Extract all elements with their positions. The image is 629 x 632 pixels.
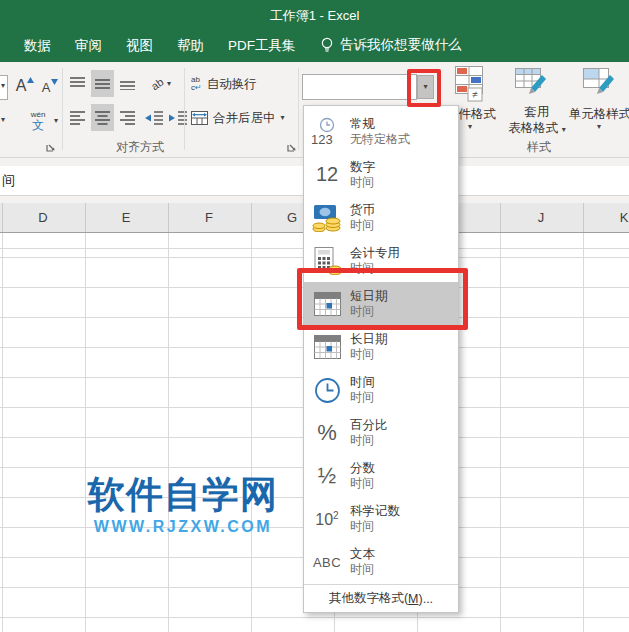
watermark-line2: WWW.RJZXW.COM xyxy=(88,518,278,536)
tab-pdf-tools[interactable]: PDF工具集 xyxy=(228,36,296,58)
tab-data[interactable]: 数据 xyxy=(24,36,51,58)
annotation-box-dropdown-arrow xyxy=(407,69,441,107)
chevron-down-icon: ▾ xyxy=(281,114,285,122)
decrease-indent-button[interactable] xyxy=(142,104,165,131)
alignment-group-label: 对齐方式 xyxy=(60,139,220,156)
menu-item-title: 文本 xyxy=(350,547,375,562)
tell-me-assistant[interactable]: 告诉我你想要做什么 xyxy=(320,36,462,54)
menu-item-title: 货币 xyxy=(350,203,375,218)
align-top-icon xyxy=(70,77,85,90)
menu-item-subtitle: 时间 xyxy=(350,476,375,491)
align-top-button[interactable] xyxy=(66,70,89,97)
format-as-table-label2[interactable]: 表格格式 ▾ xyxy=(500,120,574,137)
tab-help[interactable]: 帮助 xyxy=(177,36,204,58)
menu-item-subtitle: 时间 xyxy=(350,175,375,190)
menu-item-subtitle: 时间 xyxy=(350,390,375,405)
number-format-combobox[interactable] xyxy=(302,74,417,100)
chevron-down-icon: ▾ xyxy=(167,80,171,88)
cell-styles-label[interactable]: 单元格样式 xyxy=(565,106,629,123)
menu-item-title: 科学记数 xyxy=(350,504,400,519)
align-right-icon xyxy=(120,111,135,125)
format-option-currency[interactable]: 货币 时间 xyxy=(304,196,458,239)
wrap-text-button[interactable]: ab c↵ 自动换行 xyxy=(191,72,257,96)
number-format-icon: 12 xyxy=(304,163,350,186)
ribbon-tab-row: 数据 审阅 视图 帮助 PDF工具集 告诉我你想要做什么 xyxy=(0,28,629,62)
menu-item-title: 长日期 xyxy=(350,332,388,347)
increase-font-letter: A xyxy=(16,77,27,95)
format-option-general[interactable]: 123 常规 无特定格式 xyxy=(304,110,458,153)
merge-center-label: 合并后居中 xyxy=(213,110,276,127)
align-center-button[interactable] xyxy=(91,104,114,131)
svg-text:≠: ≠ xyxy=(472,89,478,100)
column-header[interactable]: E xyxy=(122,210,131,225)
column-header[interactable]: F xyxy=(205,210,213,225)
triangle-up-icon xyxy=(27,77,34,83)
format-option-scientific[interactable]: 102 科学记数 时间 xyxy=(304,498,458,541)
format-option-text[interactable]: ABC 文本 时间 xyxy=(304,541,458,584)
column-header[interactable]: G xyxy=(287,210,297,225)
format-option-time[interactable]: 时间 时间 xyxy=(304,369,458,412)
more-number-formats-item[interactable]: 其他数字格式(M)... xyxy=(304,584,458,612)
wrap-text-label: 自动换行 xyxy=(207,76,257,93)
fraction-icon-text: ½ xyxy=(318,463,336,489)
chevron-down-icon[interactable]: ▾ xyxy=(1,115,5,124)
format-option-number[interactable]: 12 数字 时间 xyxy=(304,153,458,196)
group-separator xyxy=(298,68,299,150)
menu-item-title: 分数 xyxy=(350,461,375,476)
decrease-font-size-button[interactable]: A xyxy=(39,74,61,100)
column-header[interactable]: K xyxy=(620,210,629,225)
menu-item-subtitle: 时间 xyxy=(350,562,375,577)
menu-item-subtitle: 时间 xyxy=(350,519,400,534)
general-format-icon: 123 xyxy=(304,117,350,147)
menu-item-title: 百分比 xyxy=(350,418,388,433)
column-header[interactable]: J xyxy=(538,210,545,225)
time-format-icon xyxy=(304,377,350,404)
alignment-dialog-launcher-icon[interactable] xyxy=(287,142,297,152)
conditional-formatting-icon[interactable]: ≠ xyxy=(455,66,487,102)
menu-item-title: 数字 xyxy=(350,160,375,175)
lightbulb-icon xyxy=(320,37,334,53)
merge-center-button[interactable]: 合并后居中 ▾ xyxy=(191,106,285,130)
format-as-table-label2-text: 表格格式 xyxy=(508,121,558,135)
menu-item-subtitle: 时间 xyxy=(350,218,375,233)
format-as-table-icon[interactable] xyxy=(515,66,549,100)
percent-icon-text: % xyxy=(317,420,337,446)
annotation-box-short-date xyxy=(297,268,468,330)
decrease-indent-icon xyxy=(145,111,163,125)
tab-view[interactable]: 视图 xyxy=(126,36,153,58)
chevron-down-icon[interactable]: ▾ xyxy=(1,81,5,90)
menu-item-subtitle: 时间 xyxy=(350,433,388,448)
watermark: 软件自学网 WWW.RJZXW.COM xyxy=(88,470,278,536)
increase-indent-button[interactable] xyxy=(166,104,189,131)
align-right-button[interactable] xyxy=(116,104,139,131)
menu-item-subtitle: 无特定格式 xyxy=(350,132,410,147)
align-middle-button[interactable] xyxy=(91,70,114,97)
watermark-line1: 软件自学网 xyxy=(88,470,278,520)
font-dialog-launcher-icon[interactable] xyxy=(46,142,56,152)
column-header[interactable]: D xyxy=(38,210,47,225)
title-bar: 工作簿1 - Excel xyxy=(0,0,629,28)
format-option-fraction[interactable]: ½ 分数 时间 xyxy=(304,455,458,498)
chevron-down-icon[interactable]: ▾ xyxy=(54,116,58,125)
general-icon-123: 123 xyxy=(311,132,333,147)
tab-review[interactable]: 审阅 xyxy=(75,36,102,58)
align-bottom-icon xyxy=(120,77,135,90)
scientific-icon-exp: 2 xyxy=(333,510,339,521)
scientific-icon-base: 10 xyxy=(315,511,333,528)
styles-group-label: 样式 xyxy=(497,139,581,156)
align-bottom-button[interactable] xyxy=(116,70,139,97)
format-option-long-date[interactable]: 长日期 时间 xyxy=(304,325,458,368)
more-formats-text: 其他数字格式( xyxy=(329,590,408,607)
chevron-down-icon: ▾ xyxy=(562,125,566,134)
group-separator xyxy=(184,68,185,150)
format-option-percentage[interactable]: % 百分比 时间 xyxy=(304,412,458,455)
menu-item-title: 时间 xyxy=(350,375,375,390)
percentage-format-icon: % xyxy=(304,420,350,446)
format-as-table-label[interactable]: 套用 xyxy=(505,104,569,121)
orientation-button[interactable]: ab ▾ xyxy=(144,70,178,97)
phonetic-guide-button[interactable]: wén 文 xyxy=(24,104,52,136)
increase-font-size-button[interactable]: A xyxy=(13,72,37,100)
align-left-button[interactable] xyxy=(66,104,89,131)
menu-item-title: 会计专用 xyxy=(350,246,400,261)
cell-styles-icon[interactable] xyxy=(583,66,617,100)
